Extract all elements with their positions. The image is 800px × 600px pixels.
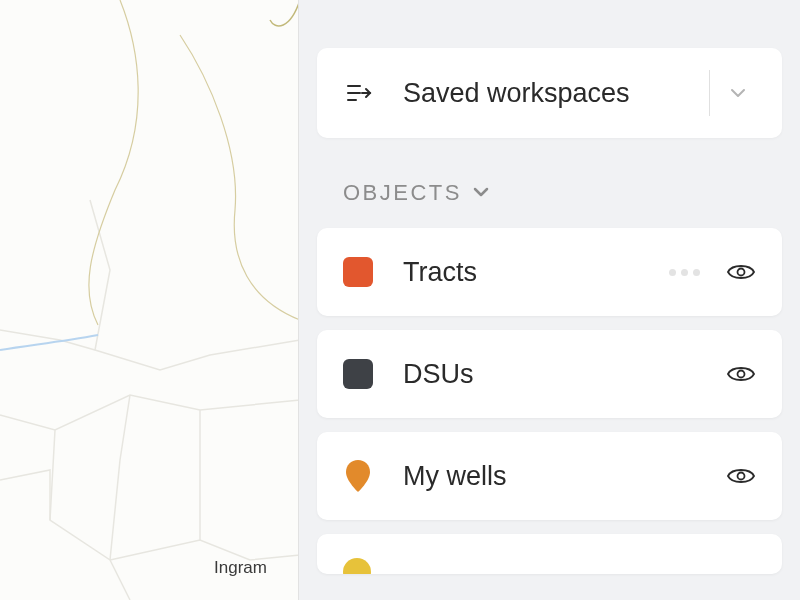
object-card-my-wells[interactable]: My wells — [317, 432, 782, 520]
object-label: DSUs — [403, 359, 724, 390]
objects-list: Tracts DSUs My wells — [317, 228, 782, 574]
svg-point-4 — [738, 269, 745, 276]
side-panel: Saved workspaces OBJECTS Tracts DSUs — [298, 0, 800, 600]
eye-icon[interactable] — [724, 364, 758, 384]
object-label: Tracts — [403, 257, 669, 288]
svg-point-5 — [738, 371, 745, 378]
more-icon[interactable] — [669, 269, 700, 276]
chevron-down-icon — [472, 184, 490, 202]
pin-icon — [344, 458, 372, 494]
eye-icon[interactable] — [724, 262, 758, 282]
eye-icon[interactable] — [724, 466, 758, 486]
list-arrow-icon — [345, 79, 373, 107]
object-card-partial[interactable] — [317, 534, 782, 574]
color-swatch — [343, 359, 373, 389]
object-card-dsus[interactable]: DSUs — [317, 330, 782, 418]
objects-section-header[interactable]: OBJECTS — [343, 180, 782, 206]
saved-workspaces-selector[interactable]: Saved workspaces — [317, 48, 782, 138]
object-card-tracts[interactable]: Tracts — [317, 228, 782, 316]
objects-section-label: OBJECTS — [343, 180, 462, 206]
color-swatch — [343, 257, 373, 287]
divider — [709, 70, 710, 116]
object-label: My wells — [403, 461, 724, 492]
chevron-down-icon[interactable] — [718, 87, 758, 99]
color-swatch — [343, 558, 371, 574]
map-label-ingram: Ingram — [214, 558, 267, 578]
svg-point-6 — [738, 473, 745, 480]
saved-workspaces-label: Saved workspaces — [403, 78, 701, 109]
